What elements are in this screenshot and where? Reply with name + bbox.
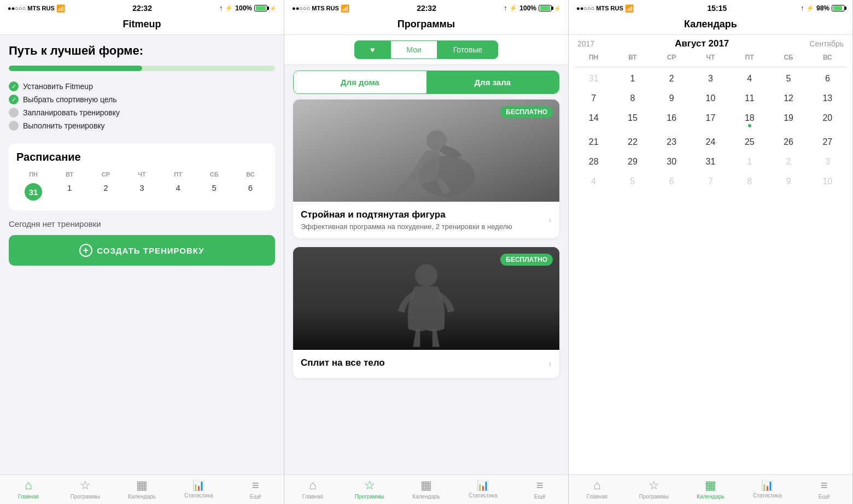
cell-r3c7[interactable]: 20: [808, 109, 847, 132]
cal-h-pn: ПН: [16, 170, 50, 179]
cell-r1c3[interactable]: 2: [652, 69, 691, 88]
nav-calendar-2[interactable]: ▦ Календарь: [398, 478, 455, 500]
cell-r1c7[interactable]: 6: [808, 69, 847, 88]
stats-nav-label-3: Статистика: [753, 493, 782, 499]
cal-day-5[interactable]: 5: [197, 181, 231, 203]
hcell-sr: СР: [652, 51, 691, 63]
cell-r6c1[interactable]: 4: [574, 172, 613, 191]
checklist-item-1: ✓ Установить Fitmeup: [9, 80, 275, 93]
checklist-item-3: Запланировать тренировку: [9, 106, 275, 119]
cell-r3c2[interactable]: 15: [613, 109, 652, 132]
nav-programs[interactable]: ☆ Программы: [57, 478, 114, 500]
cell-r2c6[interactable]: 12: [769, 89, 808, 108]
checklist: ✓ Установить Fitmeup ✓ Выбрать спортивну…: [9, 80, 275, 132]
cell-r6c4[interactable]: 7: [691, 172, 730, 191]
stats-nav-icon-2: 📊: [477, 479, 489, 491]
cal-day-3[interactable]: 3: [125, 181, 159, 203]
cal-day-31[interactable]: 31: [16, 181, 50, 203]
cal-h-vs: ВС: [233, 170, 267, 179]
tab-favorites[interactable]: ♥: [354, 40, 390, 59]
nav-home-3[interactable]: ⌂ Главная: [569, 478, 626, 500]
program-card-info-1: Стройная и подтянутая фигура Эффективная…: [301, 209, 544, 231]
cell-r2c1[interactable]: 7: [574, 89, 613, 108]
cal-day-4[interactable]: 4: [161, 181, 195, 203]
cell-r5c1[interactable]: 28: [574, 153, 613, 171]
stats-nav-icon: 📊: [192, 479, 205, 491]
programs-screen: ●●○○○ MTS RUS 📶 22:32 ↑ ⚡ 100% ⚡ Програм…: [284, 0, 569, 504]
program-desc-1: Эффективная программа на похудение, 2 тр…: [301, 222, 544, 231]
schedule-section: Расписание ПН ВТ СР ЧТ ПТ СБ ВС 31 1 2 3…: [9, 143, 275, 210]
cell-r6c2[interactable]: 5: [613, 172, 652, 191]
check-icon-4: [9, 121, 19, 131]
status-right-2: ↑ ⚡ 100% ⚡: [504, 4, 560, 12]
cell-r5c7[interactable]: 3: [808, 153, 847, 171]
cell-r3c6[interactable]: 19: [769, 109, 808, 132]
home-bottom-nav: ⌂ Главная ☆ Программы ▦ Календарь 📊 Стат…: [0, 474, 284, 504]
cal-day-2[interactable]: 2: [89, 181, 122, 203]
cell-r6c3[interactable]: 6: [652, 172, 691, 191]
prev-month[interactable]: 2017: [577, 39, 594, 48]
cell-r5c3[interactable]: 30: [652, 153, 691, 171]
program-image-2: БЕСПЛАТНО: [293, 247, 559, 349]
more-nav-label-3: Ещё: [819, 494, 829, 500]
nav-calendar-3[interactable]: ▦ Календарь: [682, 478, 739, 500]
cell-r4c3[interactable]: 23: [652, 133, 691, 151]
cell-r3c1[interactable]: 14: [574, 109, 613, 132]
cell-r2c4[interactable]: 10: [691, 89, 730, 108]
create-workout-button[interactable]: + СОЗДАТЬ ТРЕНИРОВКУ: [9, 235, 275, 266]
nav-home-2[interactable]: ⌂ Главная: [284, 478, 341, 500]
battery-text-2: 100%: [519, 4, 536, 12]
nav-calendar[interactable]: ▦ Календарь: [114, 478, 171, 500]
nav-more-3[interactable]: ≡ Ещё: [796, 478, 852, 500]
cell-r5c2[interactable]: 29: [613, 153, 652, 171]
cell-r4c5[interactable]: 25: [730, 133, 769, 151]
program-card-1[interactable]: БЕСПЛАТНО: [293, 99, 559, 238]
cell-r1c4[interactable]: 3: [691, 69, 730, 88]
cell-r4c6[interactable]: 26: [769, 133, 808, 151]
next-month[interactable]: Сентябрь: [809, 39, 844, 48]
stats-nav-icon-3: 📊: [761, 479, 773, 491]
cal-h-vt: ВТ: [52, 170, 86, 179]
cell-r4c4[interactable]: 24: [691, 133, 730, 151]
cell-r2c5[interactable]: 11: [730, 89, 769, 108]
nav-home[interactable]: ⌂ Главная: [0, 478, 57, 500]
cell-r1c2[interactable]: 1: [613, 69, 652, 88]
nav-more[interactable]: ≡ Ещё: [227, 478, 284, 500]
stats-nav-label-2: Статистика: [469, 493, 498, 499]
tab-home[interactable]: Для дома: [294, 71, 426, 93]
nav-programs-2[interactable]: ☆ Программы: [341, 478, 398, 500]
tab-mine[interactable]: Мои: [390, 40, 437, 59]
cell-r4c1[interactable]: 21: [574, 133, 613, 151]
nav-programs-3[interactable]: ☆ Программы: [626, 478, 682, 500]
cell-r3c5-today[interactable]: 18: [730, 109, 769, 132]
cell-r1c5[interactable]: 4: [730, 69, 769, 88]
nav-more-2[interactable]: ≡ Ещё: [511, 478, 568, 500]
bt-icon: ⚡: [225, 4, 233, 12]
cell-r4c2[interactable]: 22: [613, 133, 652, 151]
nav-stats-2[interactable]: 📊 Статистика: [454, 478, 511, 500]
cell-r3c4[interactable]: 17: [691, 109, 730, 132]
tab-ready[interactable]: Готовые: [437, 40, 498, 59]
checklist-label-2: Выбрать спортивную цель: [23, 95, 117, 104]
nav-stats-3[interactable]: 📊 Статистика: [739, 478, 796, 500]
cell-r5c4[interactable]: 31: [691, 153, 730, 171]
cell-r2c2[interactable]: 8: [613, 89, 652, 108]
cell-r4c7[interactable]: 27: [808, 133, 847, 151]
cell-r3c3[interactable]: 16: [652, 109, 691, 132]
cell-r6c7[interactable]: 10: [808, 172, 847, 191]
cell-r1c1[interactable]: 31: [574, 69, 613, 88]
carrier-text-3: ●●○○○ MTS RUS: [576, 5, 623, 11]
cell-r2c7[interactable]: 13: [808, 89, 847, 108]
chevron-right-2: ›: [548, 358, 552, 370]
cal-day-6[interactable]: 6: [233, 181, 267, 203]
cell-r2c3[interactable]: 9: [652, 89, 691, 108]
tab-gym[interactable]: Для зала: [426, 71, 559, 93]
cell-r5c5[interactable]: 1: [730, 153, 769, 171]
program-card-2[interactable]: БЕСПЛАТНО: [293, 247, 559, 378]
nav-stats[interactable]: 📊 Статистика: [170, 478, 227, 500]
cell-r6c5[interactable]: 8: [730, 172, 769, 191]
cal-day-1[interactable]: 1: [52, 181, 86, 203]
cell-r6c6[interactable]: 9: [769, 172, 808, 191]
cell-r5c6[interactable]: 2: [769, 153, 808, 171]
cell-r1c6[interactable]: 5: [769, 69, 808, 88]
